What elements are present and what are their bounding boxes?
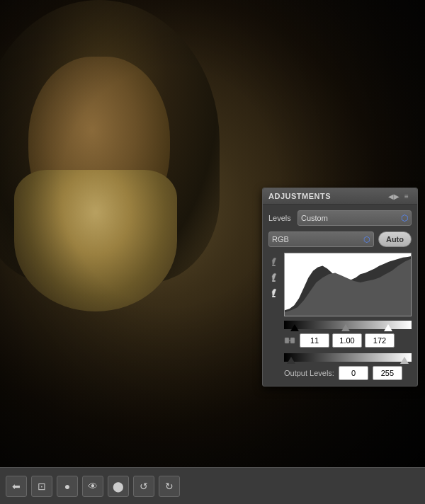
svg-rect-6 [290,338,295,343]
output-white-value[interactable]: 255 [373,366,402,380]
panel-controls: ◀▶ ≡ [389,191,412,201]
midtone-input-thumb[interactable] [341,324,350,331]
svg-rect-1 [272,280,276,282]
auto-button[interactable]: Auto [378,231,412,247]
input-slider-track[interactable] [284,321,412,329]
white-input-thumb[interactable] [384,324,392,331]
svg-rect-2 [272,296,276,297]
mask-button[interactable]: ⬤ [108,476,129,497]
histogram-section [268,253,412,316]
panel-body: Levels Custom ⬡ RGB ⬡ Auto [263,205,417,386]
preset-value: Custom [301,214,328,222]
levels-preset-row: Levels Custom ⬡ [268,210,412,226]
target-icon [284,335,295,346]
channel-row: RGB ⬡ Auto [268,231,412,247]
channel-arrow-icon: ⬡ [363,235,370,244]
brush-button[interactable]: ● [57,476,78,497]
back-button[interactable]: ⬅ [6,476,27,497]
black-point-eyedropper[interactable] [268,256,281,268]
eyedropper-tools [268,253,281,316]
white-input-value[interactable]: 172 [365,333,395,348]
preset-arrow-icon: ⬡ [401,213,408,223]
output-black-value[interactable]: 0 [339,366,368,380]
gamma-input-value[interactable]: 1.00 [332,333,362,348]
levels-label: Levels [268,214,293,222]
refresh-button[interactable]: ↺ [133,476,154,497]
svg-rect-5 [285,338,289,343]
output-levels-slider [268,353,412,362]
menu-button[interactable]: ≡ [402,191,412,201]
black-input-value[interactable]: 11 [300,333,329,348]
input-values-row: 11 1.00 172 [268,333,412,348]
adjustments-panel: ADJUSTMENTS ◀▶ ≡ Levels Custom ⬡ RGB ⬡ A… [262,188,418,386]
output-slider-track[interactable] [284,353,412,362]
white-point-eyedropper[interactable] [268,287,281,299]
white-output-thumb[interactable] [400,357,409,364]
output-levels-row: Output Levels: 0 255 [268,366,412,380]
eye-button[interactable]: 👁 [82,476,103,497]
svg-rect-0 [272,265,276,266]
black-input-thumb[interactable] [290,324,299,331]
panel-title: ADJUSTMENTS [268,192,331,200]
double-arrow-button[interactable]: ◀▶ [389,191,399,201]
preset-dropdown[interactable]: Custom ⬡ [298,210,412,226]
input-levels-slider [268,321,412,329]
bottom-toolbar: ⬅ ⊡ ● 👁 ⬤ ↺ ↻ [0,467,425,504]
select-button[interactable]: ⊡ [31,476,52,497]
output-levels-label: Output Levels: [284,369,334,377]
black-output-thumb[interactable] [287,357,295,364]
redo-button[interactable]: ↻ [159,476,180,497]
channel-value: RGB [272,235,289,244]
gray-point-eyedropper[interactable] [268,271,281,284]
histogram-display [284,253,412,316]
channel-dropdown[interactable]: RGB ⬡ [268,231,374,247]
panel-header: ADJUSTMENTS ◀▶ ≡ [263,188,417,205]
